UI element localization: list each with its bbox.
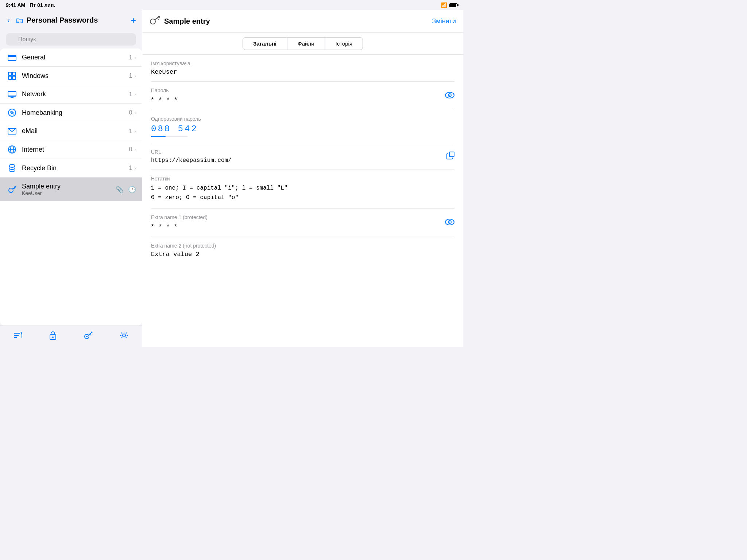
status-time: 9:41 AM [6, 2, 25, 8]
entry-info: Sample entry KeeUser [22, 183, 116, 196]
username-value: KeeUser [151, 69, 454, 75]
search-container: 🔍 [0, 30, 142, 48]
sidebar-item-general[interactable]: General 1 › [0, 48, 142, 67]
folder-icon: 🗂 [15, 15, 24, 26]
sidebar-item-recycle[interactable]: Recycle Bin 1 › [0, 159, 142, 178]
wifi-icon: 📶 [441, 2, 447, 8]
otp-container: 088 542 [151, 124, 454, 137]
svg-point-40 [449, 221, 450, 222]
sidebar-item-internet[interactable]: Internet 0 › [0, 140, 142, 159]
folder-network-count: 1 [129, 91, 132, 98]
folder-list: General 1 › Windows 1 › Network 1 › [0, 48, 142, 326]
passwords-button[interactable] [84, 331, 93, 342]
folder-email-icon [6, 128, 18, 135]
folder-recycle-name: Recycle Bin [22, 164, 129, 172]
password-reveal-button[interactable] [445, 91, 454, 101]
folder-email-count: 1 [129, 128, 132, 135]
settings-button[interactable] [120, 331, 128, 342]
svg-point-29 [123, 334, 125, 337]
edit-button[interactable]: Змінити [432, 18, 456, 25]
sidebar-header: ‹ 🗂 Personal Passwords + [0, 10, 142, 30]
sidebar-item-windows[interactable]: Windows 1 › [0, 67, 142, 85]
sidebar-item-network[interactable]: Network 1 › [0, 85, 142, 104]
folder-email-chevron: › [134, 128, 136, 134]
folder-general-chevron: › [134, 55, 136, 61]
folder-internet-name: Internet [22, 146, 129, 153]
svg-line-33 [158, 19, 159, 20]
svg-text:%: % [10, 110, 15, 116]
entry-name: Sample entry [22, 183, 116, 190]
search-wrapper: 🔍 [6, 33, 136, 46]
entry-actions: 📎 🕐 [116, 186, 136, 194]
search-input[interactable] [6, 33, 136, 46]
url-open-button[interactable] [446, 152, 454, 162]
folder-recycle-count: 1 [129, 165, 132, 171]
password-value: * * * * [151, 96, 440, 104]
field-username: Ім'я користувача KeeUser [151, 55, 454, 82]
sort-button[interactable] [13, 332, 22, 341]
svg-line-17 [14, 188, 15, 189]
back-button[interactable]: ‹ [6, 15, 11, 26]
folder-windows-count: 1 [129, 73, 132, 79]
detail-tabs: Загальні Файли Історія [142, 33, 463, 55]
username-label: Ім'я користувача [151, 61, 454, 66]
otp-label: Одноразовий пароль [151, 116, 454, 122]
extra2-label: Extra name 2 (not protected) [151, 243, 454, 249]
lock-button[interactable] [49, 331, 57, 342]
extra1-value: * * * * [151, 222, 440, 231]
status-bar: 9:41 AM Пт 01 лип. 📶 [0, 0, 463, 10]
sidebar-item-email[interactable]: eMail 1 › [0, 122, 142, 140]
folder-windows-icon [6, 72, 18, 80]
tab-files[interactable]: Файли [287, 37, 325, 50]
detail-title: Sample entry [164, 17, 432, 26]
folder-homebanking-name: Homebanking [22, 109, 129, 117]
folder-general-name: General [22, 54, 129, 61]
detail-panel: Sample entry Змінити Загальні Файли Істо… [142, 10, 463, 347]
folder-internet-count: 0 [129, 146, 132, 153]
notes-label: Нотатки [151, 176, 454, 182]
folder-windows-name: Windows [22, 72, 129, 80]
folder-homebanking-icon: % [6, 109, 18, 117]
svg-line-27 [90, 334, 91, 335]
app-container: ‹ 🗂 Personal Passwords + 🔍 General 1 › [0, 10, 463, 347]
battery-icon [449, 3, 457, 7]
add-button[interactable]: + [131, 15, 136, 26]
sidebar-item-sample-entry[interactable]: Sample entry KeeUser 📎 🕐 [0, 178, 142, 201]
field-url: URL https://keepassium.com/ [151, 143, 454, 170]
svg-rect-3 [8, 76, 12, 79]
svg-rect-37 [449, 152, 454, 157]
extra2-value: Extra value 2 [151, 251, 454, 258]
password-label: Пароль [151, 88, 440, 93]
extra1-reveal-button[interactable] [445, 218, 454, 228]
sidebar-item-homebanking[interactable]: % Homebanking 0 › [0, 104, 142, 122]
sidebar-title-area: 🗂 Personal Passwords [15, 15, 127, 26]
tab-history[interactable]: Історія [325, 37, 363, 50]
notes-line2: 0 = zero; O = capital "o" [151, 193, 454, 203]
svg-rect-4 [12, 76, 16, 79]
folder-general-count: 1 [129, 54, 132, 61]
status-date: Пт 01 лип. [30, 2, 55, 8]
sidebar-toolbar [0, 326, 142, 347]
svg-point-23 [52, 337, 54, 338]
detail-fields: Ім'я користувача KeeUser Пароль * * * * … [142, 55, 463, 264]
folder-network-chevron: › [134, 92, 136, 97]
detail-entry-icon [150, 15, 160, 27]
detail-header: Sample entry Змінити [142, 10, 463, 33]
field-password: Пароль * * * * [151, 82, 454, 110]
attachment-icon[interactable]: 📎 [116, 186, 124, 194]
url-value: https://keepassium.com/ [151, 157, 440, 164]
timer-icon[interactable]: 🕐 [128, 186, 136, 194]
folder-internet-icon [6, 145, 18, 153]
folder-network-name: Network [22, 90, 129, 98]
folder-windows-chevron: › [134, 73, 136, 79]
folder-network-icon [6, 91, 18, 98]
svg-rect-1 [8, 72, 12, 75]
otp-value: 088 542 [151, 124, 454, 134]
folder-email-name: eMail [22, 127, 129, 135]
sidebar: ‹ 🗂 Personal Passwords + 🔍 General 1 › [0, 10, 142, 347]
svg-point-28 [86, 336, 88, 337]
svg-rect-5 [8, 92, 16, 96]
otp-progress-bar [151, 136, 187, 137]
field-otp: Одноразовий пароль 088 542 [151, 110, 454, 143]
tab-general[interactable]: Загальні [243, 37, 287, 50]
